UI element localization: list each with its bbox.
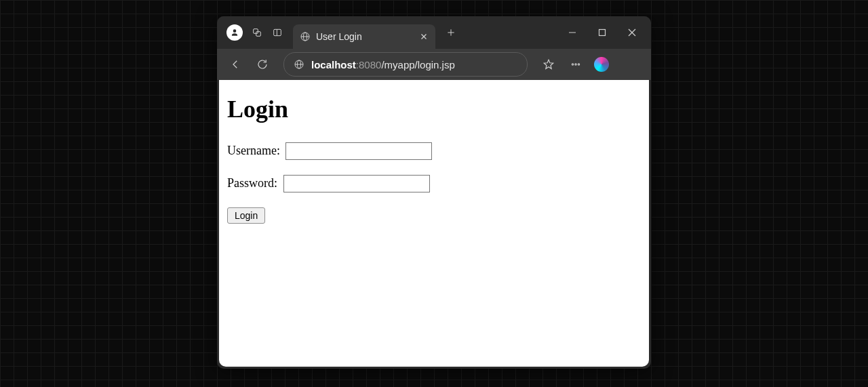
- more-menu-button[interactable]: [564, 53, 587, 76]
- svg-rect-0: [254, 29, 258, 34]
- split-view-icon[interactable]: [267, 22, 288, 43]
- profile-icon[interactable]: [226, 24, 243, 41]
- workspaces-icon[interactable]: [247, 22, 267, 43]
- password-label: Password:: [227, 176, 277, 190]
- maximize-button[interactable]: [587, 22, 617, 43]
- site-info-globe-icon: [294, 59, 304, 70]
- url-host: localhost: [311, 59, 356, 70]
- close-window-button[interactable]: [617, 22, 647, 43]
- browser-window: User Login: [217, 16, 651, 369]
- password-row: Password:: [227, 175, 641, 192]
- url-path: /myapp/login.jsp: [381, 59, 454, 70]
- page-heading: Login: [227, 95, 641, 123]
- back-button[interactable]: [224, 53, 247, 76]
- svg-point-21: [575, 64, 576, 65]
- favorites-button[interactable]: [537, 53, 560, 76]
- address-bar[interactable]: localhost:8080/myapp/login.jsp: [283, 52, 528, 77]
- globe-icon: [300, 31, 311, 42]
- toolbar: localhost:8080/myapp/login.jsp: [217, 49, 651, 80]
- browser-tab[interactable]: User Login: [293, 24, 435, 49]
- url-port: :8080: [356, 59, 382, 70]
- window-controls: [557, 22, 647, 43]
- titlebar: User Login: [217, 16, 651, 49]
- password-input[interactable]: [283, 175, 430, 192]
- page-content: Login Username: Password: Login: [219, 80, 649, 367]
- svg-rect-12: [599, 30, 606, 36]
- svg-point-20: [572, 64, 573, 65]
- new-tab-button[interactable]: [441, 22, 461, 43]
- close-tab-icon[interactable]: [419, 32, 429, 41]
- login-button[interactable]: Login: [227, 207, 265, 224]
- svg-point-22: [578, 64, 579, 65]
- username-label: Username:: [227, 144, 280, 157]
- tab-title: User Login: [316, 31, 414, 42]
- username-row: Username:: [227, 142, 641, 160]
- copilot-icon[interactable]: [594, 57, 609, 72]
- minimize-button[interactable]: [557, 22, 587, 43]
- username-input[interactable]: [285, 142, 432, 160]
- svg-marker-18: [544, 60, 553, 68]
- url-text: localhost:8080/myapp/login.jsp: [311, 59, 455, 70]
- svg-rect-1: [256, 32, 261, 37]
- svg-rect-2: [274, 29, 281, 35]
- refresh-button[interactable]: [251, 53, 274, 76]
